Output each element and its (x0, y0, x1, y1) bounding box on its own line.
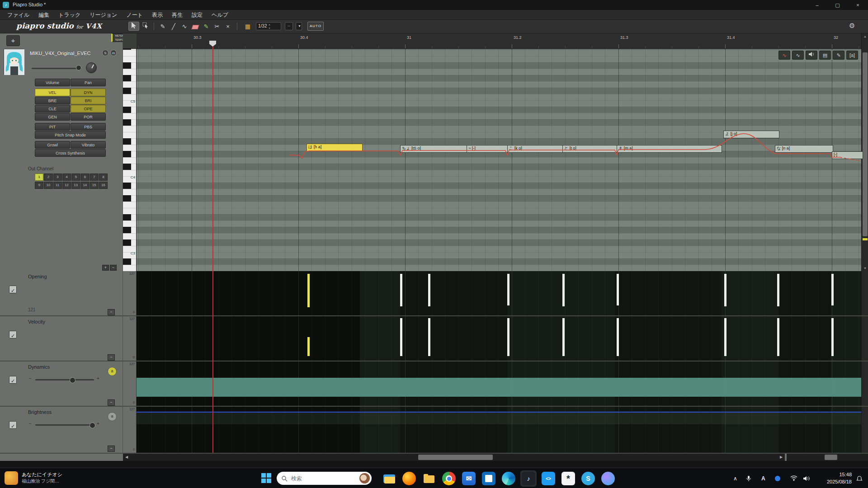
dynamics-slider[interactable] (35, 379, 94, 380)
brightness-auto-badge[interactable]: a (108, 412, 117, 421)
opening-lane-canvas[interactable] (137, 271, 861, 315)
close-button[interactable]: × (848, 0, 868, 10)
param-gen-button[interactable]: GEN (35, 113, 70, 121)
opening-bar[interactable] (507, 274, 509, 305)
tray-clock[interactable]: 15:48 2025/08/18 (827, 471, 852, 485)
opening-bar[interactable] (428, 274, 430, 306)
lane-opening-checkbox[interactable]: ✓ (9, 286, 17, 293)
search-mascot-icon[interactable] (359, 473, 370, 483)
lane-dynamics-collapse[interactable]: − (108, 399, 115, 406)
brightness-slider[interactable] (35, 424, 94, 426)
channel-1[interactable]: 1 (35, 174, 43, 181)
add-track-button[interactable]: + (6, 35, 20, 46)
menu-file[interactable]: ファイル (3, 10, 34, 20)
menu-note[interactable]: ノート (122, 10, 147, 20)
menu-region[interactable]: リージョン (85, 10, 122, 20)
scissors-tool[interactable]: ✂ (212, 22, 222, 31)
skype-icon[interactable]: S (581, 472, 595, 485)
show-pan-button[interactable]: Pan (71, 79, 106, 86)
folder-icon[interactable] (422, 472, 436, 485)
velocity-bar[interactable] (307, 337, 310, 356)
scroll-up-arrow[interactable]: ▲ (862, 33, 868, 39)
vertical-scroll-thumb[interactable] (863, 52, 868, 236)
channel-12[interactable]: 12 (62, 182, 71, 189)
cross-synthesis-button[interactable]: Cross Synthesis (35, 149, 106, 157)
lane-dynamics-checkbox[interactable]: ✓ (9, 376, 17, 384)
file-explorer-icon[interactable] (382, 472, 396, 485)
vibrato-button[interactable]: Vibrato (71, 141, 106, 149)
velocity-bar[interactable] (507, 318, 509, 356)
velocity-lane-canvas[interactable] (137, 316, 861, 361)
chrome-icon[interactable] (442, 472, 456, 485)
vertical-scrollbar[interactable]: ▲ ▼ (861, 33, 868, 454)
param-ope-button[interactable]: OPE (71, 105, 106, 113)
layers-button[interactable]: ▤ (819, 51, 831, 60)
piapro-app-icon[interactable]: ♪ (522, 472, 535, 485)
menu-edit[interactable]: 編集 (34, 10, 54, 20)
channel-7[interactable]: 7 (90, 174, 99, 181)
menu-settings[interactable]: 設定 (187, 10, 207, 20)
dynamics-lane-canvas[interactable] (137, 361, 861, 406)
mute-button[interactable]: m (110, 50, 117, 56)
snap-dropdown[interactable]: ▼ (296, 22, 302, 30)
dynamics-slider-plus[interactable]: + (97, 376, 99, 381)
param-pbs-button[interactable]: PBS (71, 123, 106, 131)
volume-icon[interactable] (803, 468, 810, 488)
scroll-down-arrow[interactable]: ▼ (862, 265, 868, 271)
velocity-bar[interactable] (777, 318, 779, 356)
microphone-tray-icon[interactable] (746, 468, 751, 488)
pan-knob[interactable] (86, 62, 97, 73)
browser-icon[interactable] (601, 472, 615, 485)
velocity-bar[interactable] (400, 318, 402, 356)
brightness-value-line[interactable] (137, 412, 861, 413)
track-name[interactable]: MIKU_V4X_Original_EVEC (30, 51, 91, 56)
velocity-bar[interactable] (831, 318, 834, 356)
search-input[interactable] (290, 475, 346, 482)
volume-slider-knob[interactable] (76, 65, 81, 70)
piano-keyboard[interactable]: C5 C4 C3 (123, 49, 137, 271)
menu-help[interactable]: ヘルプ (207, 10, 233, 20)
notification-bell-icon[interactable] (856, 468, 863, 488)
param-dyn-button[interactable]: DYN (71, 89, 106, 96)
menu-view[interactable]: 表示 (147, 10, 167, 20)
velocity-bar[interactable] (617, 318, 619, 356)
pencil-tool[interactable]: ✎ (157, 22, 168, 31)
channel-11[interactable]: 11 (53, 182, 62, 189)
maximize-button[interactable]: ▢ (827, 0, 848, 10)
opening-bar[interactable] (307, 274, 310, 307)
phoneme-toggle-button[interactable]: [a] (846, 51, 858, 60)
snap-extra-button[interactable]: ·· (285, 22, 293, 30)
settings-gear-icon[interactable]: ⚙ (849, 22, 855, 30)
brightness-slider-knob[interactable] (90, 422, 95, 428)
channel-3[interactable]: 3 (53, 174, 62, 181)
channel-14[interactable]: 14 (80, 182, 89, 189)
grid-snap-toggle[interactable]: ▦ (242, 22, 253, 31)
track-volume-slider[interactable] (32, 68, 81, 69)
param-bre-button[interactable]: BRE (35, 97, 70, 104)
spinner-icon[interactable]: ▲▼ (268, 23, 270, 30)
param-por-button[interactable]: POR (71, 113, 106, 121)
rect-select-tool[interactable] (140, 22, 151, 31)
velocity-bar[interactable] (562, 318, 565, 356)
scroll-right-arrow[interactable]: ▶ (778, 454, 785, 461)
tray-chevron-icon[interactable]: ∧ (733, 468, 737, 488)
param-pit-button[interactable]: PIT (35, 123, 70, 131)
channel-8[interactable]: 8 (99, 174, 108, 181)
minimize-button[interactable]: – (807, 0, 827, 10)
dynamics-auto-badge[interactable]: a (108, 367, 117, 376)
zoom-scroll-thumb[interactable] (825, 455, 837, 460)
lane-velocity-checkbox[interactable]: ✓ (9, 331, 17, 338)
pitch-snap-mode-button[interactable]: Pitch Snap Mode (35, 131, 106, 139)
delete-tool[interactable]: × (222, 22, 233, 31)
lane-brightness-checkbox[interactable]: ✓ (9, 421, 17, 429)
zoom-in-button[interactable]: + (102, 265, 109, 271)
widget-headline[interactable]: あなたにイチオシ (22, 471, 62, 478)
menu-track[interactable]: トラック (54, 10, 85, 20)
opening-bar[interactable] (724, 274, 726, 306)
horizontal-scrollbar[interactable]: ◀ ▶ (123, 454, 785, 461)
weather-widget-icon[interactable] (5, 471, 18, 485)
brightness-lane-canvas[interactable] (137, 407, 861, 453)
show-volume-button[interactable]: Volume (35, 79, 70, 86)
growl-button[interactable]: Growl (35, 141, 70, 149)
channel-5[interactable]: 5 (71, 174, 80, 181)
